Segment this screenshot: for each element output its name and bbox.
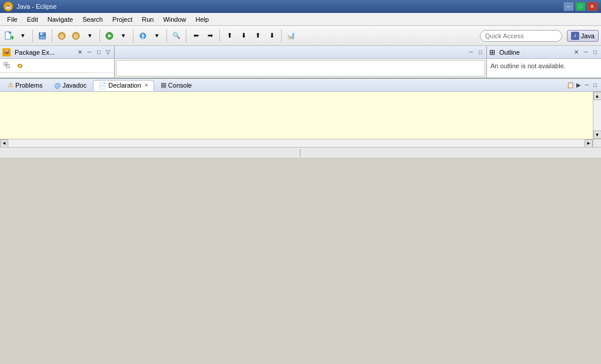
toolbar-extra-5[interactable]: 📊	[285, 29, 298, 42]
menu-run[interactable]: Run	[137, 15, 158, 24]
app-icon: ☕	[4, 2, 13, 11]
link-with-editor-button[interactable]	[15, 61, 25, 71]
package-explorer-close-icon[interactable]: ✕	[76, 49, 84, 56]
maximize-button[interactable]: □	[575, 2, 586, 11]
package-explorer-content	[0, 73, 114, 78]
bottom-run-icon[interactable]: ▶	[575, 82, 582, 89]
new-button[interactable]	[2, 29, 15, 42]
declaration-icon: 📄	[98, 82, 106, 89]
close-button[interactable]: ✕	[587, 2, 597, 11]
scroll-down-button[interactable]: ▼	[593, 131, 602, 139]
menu-file[interactable]: File	[2, 15, 22, 24]
scroll-left-button[interactable]: ◄	[0, 139, 8, 148]
status-bar: │	[0, 147, 601, 158]
next-edit-button[interactable]: ➡	[203, 29, 216, 42]
outline-maximize-icon[interactable]: □	[592, 49, 599, 56]
bottom-area: ⚠ Problems @ Javadoc 📄 Declaration ✕ ▦ C…	[0, 78, 601, 147]
prev-edit-button[interactable]: ⬅	[189, 29, 202, 42]
debug-dropdown-button[interactable]: ▾	[151, 29, 163, 42]
vertical-scrollbar[interactable]: ▲ ▼	[593, 92, 601, 139]
quick-access-input[interactable]	[480, 30, 562, 42]
outline-icon: ⊞	[489, 48, 495, 56]
top-panels: 📦 Package Ex... ✕ ─ □ ▽ ─ □	[0, 46, 601, 78]
search-button[interactable]: 🔍	[170, 29, 183, 42]
title-bar: ☕ Java - Eclipse ─ □ ✕	[0, 0, 601, 13]
outline-minimize-icon[interactable]: ─	[582, 49, 589, 56]
bottom-copy-icon[interactable]: 📋	[567, 82, 574, 89]
separator-2	[52, 29, 52, 42]
outline-title: Outline	[499, 49, 570, 56]
horizontal-scrollbar[interactable]: ◄ ►	[0, 139, 593, 147]
tab-declaration[interactable]: 📄 Declaration ✕	[93, 80, 154, 91]
outline-content: An outline is not available.	[487, 59, 601, 78]
debug-button[interactable]	[136, 29, 149, 42]
problems-icon: ⚠	[8, 81, 14, 89]
menu-bar: File Edit Navigate Search Project Run Wi…	[0, 13, 601, 26]
svg-rect-6	[41, 33, 42, 35]
separator-3	[99, 29, 100, 42]
package-explorer-menu-icon[interactable]: ▽	[105, 49, 112, 56]
window-controls[interactable]: ─ □ ✕	[563, 2, 597, 11]
toolbar-btn-5[interactable]: ▾	[84, 29, 96, 42]
separator-1	[32, 29, 33, 42]
separator-7	[219, 29, 220, 42]
outline-header: ⊞ Outline ✕ ─ □	[487, 46, 601, 59]
toolbar-btn-3[interactable]: ⚙	[55, 29, 68, 42]
tab-problems[interactable]: ⚠ Problems	[2, 79, 48, 91]
new-dropdown-button[interactable]: ▾	[16, 29, 29, 42]
javadoc-icon: @	[54, 82, 61, 89]
toolbar-extra-4[interactable]: ⬇	[265, 29, 278, 42]
package-explorer-header: 📦 Package Ex... ✕ ─ □ ▽	[0, 46, 114, 59]
tab-javadoc[interactable]: @ Javadoc	[49, 80, 92, 91]
run-button[interactable]	[103, 29, 116, 42]
svg-text:⚙: ⚙	[59, 34, 64, 39]
window-title: Java - Eclipse	[16, 3, 56, 10]
separator-4	[133, 29, 133, 42]
separator-6	[186, 29, 186, 42]
toolbar-extra-2[interactable]: ⬇	[237, 29, 250, 42]
editor-area[interactable]	[116, 60, 485, 76]
svg-rect-15	[142, 34, 143, 37]
package-explorer-icon: 📦	[2, 48, 11, 56]
editor-minimize-icon[interactable]: ─	[468, 49, 475, 56]
menu-navigate[interactable]: Navigate	[43, 15, 78, 24]
scroll-track-v[interactable]	[593, 100, 601, 131]
editor-maximize-icon[interactable]: □	[477, 49, 484, 56]
tab-console[interactable]: ▦ Console	[155, 79, 197, 91]
package-explorer-toolbar	[0, 59, 114, 73]
java-perspective-icon: J	[571, 32, 579, 40]
bottom-maximize-icon[interactable]: □	[592, 82, 599, 89]
declaration-label: Declaration	[108, 82, 141, 89]
menu-help[interactable]: Help	[191, 15, 214, 24]
menu-project[interactable]: Project	[108, 15, 137, 24]
svg-rect-7	[39, 36, 45, 39]
declaration-close-icon[interactable]: ✕	[144, 82, 149, 88]
svg-rect-3	[11, 37, 14, 38]
svg-text:⚙: ⚙	[74, 34, 78, 39]
package-explorer-minimize-icon[interactable]: ─	[86, 49, 93, 56]
scroll-right-button[interactable]: ►	[585, 139, 593, 148]
run-dropdown-button[interactable]: ▾	[117, 29, 130, 42]
status-separator: │	[299, 149, 302, 156]
scroll-up-button[interactable]: ▲	[593, 92, 602, 100]
menu-search[interactable]: Search	[78, 15, 108, 24]
javadoc-label: Javadoc	[62, 82, 86, 89]
perspective-label: Java	[581, 32, 595, 39]
perspective-java-button[interactable]: J Java	[567, 30, 599, 42]
save-button[interactable]	[36, 29, 49, 42]
svg-rect-16	[142, 38, 143, 39]
menu-edit[interactable]: Edit	[22, 15, 43, 24]
console-icon: ▦	[161, 81, 166, 89]
bottom-minimize-icon[interactable]: ─	[583, 82, 590, 89]
package-explorer-maximize-icon[interactable]: □	[95, 49, 102, 56]
outline-close-icon[interactable]: ✕	[573, 49, 580, 56]
menu-window[interactable]: Window	[158, 15, 191, 24]
toolbar-extra-3[interactable]: ⬆	[251, 29, 264, 42]
separator-8	[281, 29, 282, 42]
toolbar-extra-1[interactable]: ⬆	[223, 29, 236, 42]
bottom-toolbar-right: 📋 ▶ ─ □	[567, 82, 599, 89]
minimize-button[interactable]: ─	[563, 2, 574, 11]
toolbar-btn-4[interactable]: ⚙	[69, 29, 82, 42]
collapse-all-button[interactable]	[2, 61, 13, 71]
main-workspace: 📦 Package Ex... ✕ ─ □ ▽ ─ □	[0, 46, 601, 147]
